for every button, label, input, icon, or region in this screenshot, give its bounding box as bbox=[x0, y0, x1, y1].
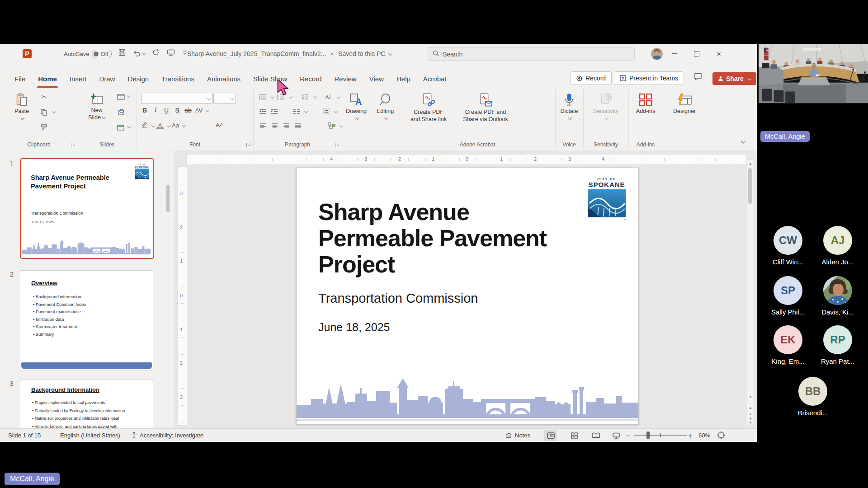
slide-title[interactable]: Sharp Avenue Permeable Pavement Project bbox=[318, 199, 547, 277]
minimize-button[interactable] bbox=[672, 53, 677, 54]
canvas-scrollbar[interactable]: ▲ ▼ ▲▲ ▼▼ bbox=[747, 160, 754, 426]
scroll-up-icon[interactable]: ▲ bbox=[747, 161, 754, 167]
tab-acrobat[interactable]: Acrobat bbox=[417, 72, 453, 86]
autosave-toggle[interactable]: AutoSave Off bbox=[64, 50, 112, 58]
thumbnail-scrollbar[interactable] bbox=[165, 152, 170, 423]
drawing-button[interactable]: A Drawing bbox=[343, 93, 370, 119]
reset-slide-icon[interactable] bbox=[116, 108, 126, 117]
presenter-video-tile[interactable] bbox=[759, 44, 868, 103]
tab-review[interactable]: Review bbox=[328, 72, 363, 86]
align-text-icon[interactable] bbox=[321, 107, 331, 116]
character-spacing-button[interactable]: AV bbox=[193, 107, 204, 114]
next-slide-icon[interactable]: ▼▼ bbox=[747, 417, 754, 425]
bullets-icon[interactable] bbox=[258, 92, 268, 101]
slideshow-view-button[interactable] bbox=[610, 430, 623, 441]
participant-tile[interactable]: RP Ryan Pat... bbox=[813, 325, 863, 365]
dictate-button[interactable]: Dictate bbox=[557, 93, 582, 119]
maximize-button[interactable] bbox=[694, 51, 699, 56]
slide-sorter-view-button[interactable] bbox=[568, 430, 580, 441]
vertical-ruler[interactable]: 3 2 1 0 1 2 3 bbox=[177, 166, 187, 426]
smartart-icon[interactable] bbox=[326, 121, 336, 130]
shrink-font-button[interactable]: ˇ bbox=[200, 122, 211, 129]
redo-icon[interactable] bbox=[152, 49, 160, 57]
participant-tile[interactable]: BB Brisendi... bbox=[788, 377, 838, 417]
align-right-icon[interactable] bbox=[281, 121, 291, 130]
zoom-in-button[interactable]: + bbox=[688, 432, 692, 440]
grow-font-button[interactable]: ˆ bbox=[189, 122, 200, 129]
designer-button[interactable]: Designer bbox=[669, 93, 700, 115]
tab-animations[interactable]: Animations bbox=[201, 72, 247, 86]
undo-icon[interactable] bbox=[133, 50, 145, 57]
tab-draw[interactable]: Draw bbox=[93, 72, 121, 86]
previous-slide-icon[interactable]: ▲▲ bbox=[747, 405, 754, 418]
slide-thumbnail-3[interactable]: Background Information • Project impleme… bbox=[20, 380, 153, 428]
tab-help[interactable]: Help bbox=[390, 72, 417, 86]
tab-transitions[interactable]: Transitions bbox=[155, 72, 201, 86]
italic-button[interactable]: I bbox=[150, 107, 161, 114]
slide-date[interactable]: June 18, 2025 bbox=[318, 321, 390, 334]
participant-tile[interactable]: Davis, Ki... bbox=[813, 276, 863, 316]
text-shadow-button[interactable]: S bbox=[172, 107, 183, 114]
save-icon[interactable] bbox=[118, 49, 126, 57]
zoom-slider-thumb[interactable] bbox=[646, 432, 650, 439]
format-painter-icon[interactable] bbox=[39, 123, 49, 132]
tab-view[interactable]: View bbox=[363, 72, 390, 86]
tab-home[interactable]: Home bbox=[32, 72, 63, 86]
cut-icon[interactable]: ✂ bbox=[39, 92, 49, 101]
bold-button[interactable]: B bbox=[139, 107, 150, 114]
slide-layout-icon[interactable] bbox=[116, 92, 126, 101]
participant-tile[interactable]: SP Sally Phil... bbox=[763, 276, 813, 316]
horizontal-ruler[interactable]: 4 3 2 1 0 1 2 3 4 bbox=[186, 154, 747, 165]
create-pdf-share-link-button[interactable]: Create PDFand Share link bbox=[403, 93, 454, 123]
accessibility-status[interactable]: Accessibility: Investigate bbox=[140, 432, 203, 439]
justify-icon[interactable] bbox=[293, 121, 303, 130]
strikethrough-button[interactable]: ab bbox=[183, 107, 193, 114]
text-direction-icon[interactable]: A bbox=[324, 92, 334, 101]
language-status[interactable]: English (United States) bbox=[60, 432, 120, 439]
participant-tile[interactable]: CW Cliff Win... bbox=[763, 226, 813, 266]
slide-thumbnail-1[interactable]: Sharp Avenue Permeable Pavement Project … bbox=[20, 158, 154, 259]
search-input[interactable]: Search bbox=[427, 47, 635, 61]
comments-icon[interactable] bbox=[694, 73, 702, 82]
document-filename[interactable]: Sharp Avenue_July 2025_TranspComm_finalv… bbox=[187, 50, 326, 57]
participant-tile[interactable]: EK King, Em... bbox=[763, 325, 813, 365]
slide-number-status[interactable]: Slide 1 of 15 bbox=[8, 432, 41, 439]
normal-view-button[interactable] bbox=[544, 430, 557, 441]
increase-indent-icon[interactable] bbox=[269, 107, 279, 116]
align-center-icon[interactable] bbox=[269, 121, 279, 130]
tab-design[interactable]: Design bbox=[121, 72, 155, 86]
paste-button[interactable]: Paste bbox=[10, 93, 33, 119]
underline-button[interactable]: U bbox=[161, 107, 172, 114]
zoom-out-button[interactable]: − bbox=[626, 432, 630, 440]
thumbnail-scrollbar-thumb[interactable] bbox=[166, 185, 170, 212]
collapse-ribbon-icon[interactable] bbox=[741, 138, 745, 143]
new-slide-button[interactable]: New Slide bbox=[83, 93, 110, 121]
tab-insert[interactable]: Insert bbox=[63, 72, 93, 86]
font-size-dropdown[interactable] bbox=[213, 93, 236, 104]
account-avatar[interactable] bbox=[651, 48, 663, 60]
decrease-indent-icon[interactable] bbox=[258, 107, 268, 116]
close-button[interactable]: × bbox=[717, 50, 721, 58]
editing-button[interactable]: Editing bbox=[372, 93, 399, 119]
clear-formatting-button[interactable]: A bbox=[213, 122, 224, 129]
zoom-level[interactable]: 60% bbox=[698, 432, 710, 439]
autosave-pill[interactable]: Off bbox=[92, 50, 112, 58]
font-name-dropdown[interactable] bbox=[141, 93, 212, 104]
create-pdf-share-outlook-button[interactable]: Create PDF andShare via Outlook bbox=[457, 93, 514, 123]
canvas-scrollbar-thumb[interactable] bbox=[748, 168, 752, 204]
highlight-color-button[interactable] bbox=[139, 121, 150, 130]
present-in-teams-button[interactable]: Present in Teams bbox=[614, 71, 684, 85]
save-status[interactable]: Saved to this PC bbox=[338, 50, 385, 57]
notes-button[interactable]: Notes bbox=[505, 432, 530, 439]
slide-editor[interactable]: Sharp Avenue Permeable Pavement Project … bbox=[296, 168, 639, 425]
addins-button[interactable]: Add-ins bbox=[632, 93, 659, 115]
share-button[interactable]: Share bbox=[712, 72, 756, 85]
participant-tile[interactable]: AJ Alden Jo... bbox=[813, 226, 863, 266]
reading-view-button[interactable] bbox=[590, 430, 602, 441]
scroll-down-icon[interactable]: ▼ bbox=[747, 394, 754, 400]
font-color-button[interactable]: A bbox=[155, 122, 165, 129]
align-left-icon[interactable] bbox=[258, 121, 268, 130]
slide-thumbnail-2[interactable]: Overview • Background information • Pave… bbox=[20, 270, 153, 371]
start-slideshow-icon[interactable] bbox=[167, 49, 175, 57]
section-icon[interactable] bbox=[116, 123, 126, 132]
